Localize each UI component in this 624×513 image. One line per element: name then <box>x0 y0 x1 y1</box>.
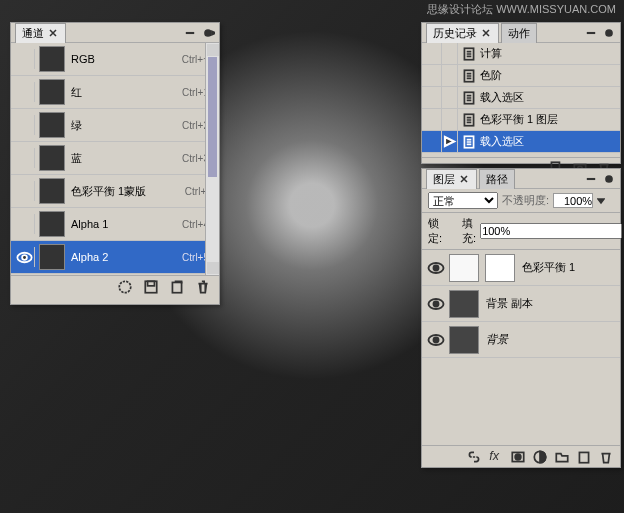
actions-tab[interactable]: 动作 <box>501 23 537 43</box>
layer-row[interactable]: 色彩平衡 1 <box>422 250 620 286</box>
close-icon[interactable] <box>47 27 59 39</box>
channels-footer <box>11 275 219 297</box>
adjustment-icon[interactable] <box>532 449 548 465</box>
channel-row[interactable]: 绿Ctrl+2 <box>11 109 219 142</box>
layer-thumb[interactable] <box>449 326 479 354</box>
history-name: 色彩平衡 1 图层 <box>480 112 616 127</box>
history-row[interactable]: 载入选区 <box>422 87 620 109</box>
channel-name: RGB <box>71 53 182 65</box>
scrollbar[interactable] <box>205 43 219 275</box>
visibility-toggle[interactable] <box>15 49 35 69</box>
channel-row[interactable]: RGBCtrl+~ <box>11 43 219 76</box>
group-icon[interactable] <box>554 449 570 465</box>
new-layer-icon[interactable] <box>576 449 592 465</box>
visibility-toggle[interactable] <box>15 214 35 234</box>
opacity-input[interactable] <box>553 193 593 208</box>
close-icon[interactable] <box>480 27 492 39</box>
visibility-toggle[interactable] <box>15 82 35 102</box>
mask-thumb[interactable] <box>485 254 515 282</box>
svg-rect-31 <box>579 452 588 462</box>
svg-point-2 <box>22 255 27 260</box>
watermark: 思缘设计论坛 WWW.MISSYUAN.COM <box>427 2 616 17</box>
minimize-icon[interactable] <box>584 26 598 40</box>
history-row[interactable]: 计算 <box>422 43 620 65</box>
layer-name: 色彩平衡 1 <box>522 260 616 275</box>
channel-thumb <box>39 211 65 237</box>
trash-icon[interactable] <box>598 449 614 465</box>
adjustment-thumb[interactable] <box>449 254 479 282</box>
new-channel-icon[interactable] <box>169 279 185 295</box>
document-icon <box>461 46 477 62</box>
svg-point-0 <box>205 30 211 36</box>
visibility-toggle[interactable] <box>15 247 35 267</box>
document-icon <box>461 112 477 128</box>
layer-row[interactable]: 背景 <box>422 322 620 358</box>
channel-row[interactable]: Alpha 2Ctrl+5 <box>11 241 219 274</box>
channel-thumb <box>39 112 65 138</box>
scroll-up-icon[interactable] <box>207 44 219 56</box>
lock-label: 锁定: <box>428 216 442 246</box>
scroll-thumb[interactable] <box>208 57 217 177</box>
channel-thumb <box>39 79 65 105</box>
layer-lock-row: 锁定: 填充: <box>422 213 620 250</box>
visibility-toggle[interactable] <box>426 258 446 278</box>
channel-name: Alpha 1 <box>71 218 182 230</box>
load-selection-icon[interactable] <box>117 279 133 295</box>
panel-menu-icon[interactable] <box>602 26 616 40</box>
visibility-toggle[interactable] <box>15 115 35 135</box>
svg-point-29 <box>515 454 521 460</box>
minimize-icon[interactable] <box>183 26 197 40</box>
close-icon[interactable] <box>458 173 470 185</box>
opacity-label: 不透明度: <box>502 193 549 208</box>
history-col <box>426 65 442 86</box>
channel-row[interactable]: Alpha 1Ctrl+4 <box>11 208 219 241</box>
layer-row[interactable]: 背景 副本 <box>422 286 620 322</box>
layers-tab[interactable]: 图层 <box>426 169 477 189</box>
channel-name: 红 <box>71 85 182 100</box>
scroll-down-icon[interactable] <box>207 262 219 274</box>
svg-point-7 <box>606 30 612 36</box>
channel-name: 蓝 <box>71 151 182 166</box>
layer-options: 正常 不透明度: <box>422 189 620 213</box>
svg-point-16 <box>606 176 612 182</box>
history-current <box>442 65 458 86</box>
visibility-toggle[interactable] <box>426 330 446 350</box>
mask-icon[interactable] <box>510 449 526 465</box>
fx-icon[interactable]: fx <box>488 449 504 465</box>
visibility-toggle[interactable] <box>15 148 35 168</box>
visibility-toggle[interactable] <box>15 181 35 201</box>
svg-point-26 <box>434 337 439 342</box>
link-icon[interactable] <box>466 449 482 465</box>
visibility-toggle[interactable] <box>426 294 446 314</box>
svg-point-3 <box>119 281 130 292</box>
history-tab[interactable]: 历史记录 <box>426 23 499 43</box>
history-list: 计算色阶载入选区色彩平衡 1 图层载入选区 <box>422 43 620 157</box>
minimize-icon[interactable] <box>584 172 598 186</box>
history-name: 色阶 <box>480 68 616 83</box>
save-selection-icon[interactable] <box>143 279 159 295</box>
panel-menu-icon[interactable] <box>201 26 215 40</box>
layer-name: 背景 <box>486 332 616 347</box>
channel-thumb <box>39 145 65 171</box>
history-row[interactable]: 色阶 <box>422 65 620 87</box>
history-row[interactable]: 色彩平衡 1 图层 <box>422 109 620 131</box>
channel-row[interactable]: 红Ctrl+1 <box>11 76 219 109</box>
history-current <box>442 87 458 108</box>
channel-name: 绿 <box>71 118 182 133</box>
fill-input[interactable] <box>480 223 622 239</box>
document-icon <box>461 68 477 84</box>
history-col <box>426 87 442 108</box>
layer-thumb[interactable] <box>449 290 479 318</box>
slider-icon[interactable] <box>597 195 605 207</box>
channel-row[interactable]: 蓝Ctrl+3 <box>11 142 219 175</box>
history-row[interactable]: 载入选区 <box>422 131 620 153</box>
panel-menu-icon[interactable] <box>602 172 616 186</box>
svg-point-24 <box>434 301 439 306</box>
paths-tab[interactable]: 路径 <box>479 169 515 189</box>
layer-name: 背景 副本 <box>486 296 616 311</box>
channel-thumb <box>39 178 65 204</box>
trash-icon[interactable] <box>195 279 211 295</box>
channels-tab[interactable]: 通道 <box>15 23 66 43</box>
blend-mode-select[interactable]: 正常 <box>428 192 498 209</box>
channel-row[interactable]: 色彩平衡 1蒙版Ctrl+\ <box>11 175 219 208</box>
